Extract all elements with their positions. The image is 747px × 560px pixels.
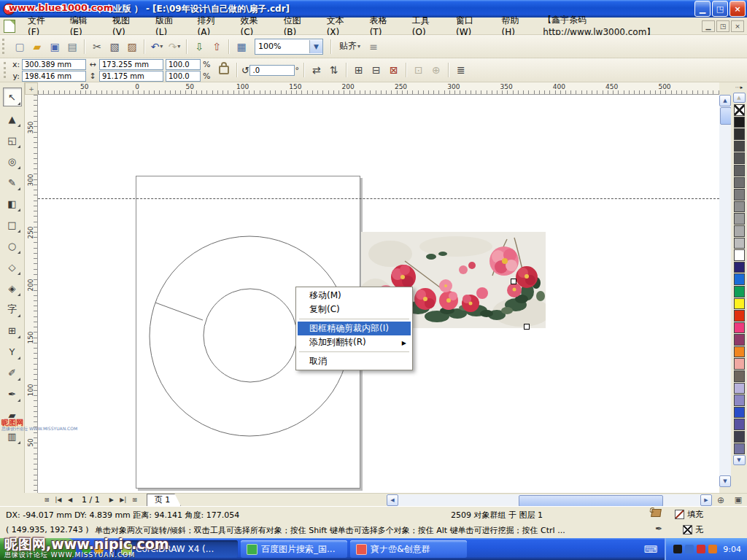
color-swatch[interactable] [734,238,745,249]
cut-button[interactable]: ✂ [88,38,106,55]
tool-ellipse-tool[interactable]: ○ [4,237,21,254]
context-menu-item[interactable]: 取消 [298,354,411,368]
color-swatch[interactable] [734,117,745,128]
prev-page-button[interactable]: ◀ [64,494,76,505]
tool-smart-fill-tool[interactable]: ◧ [4,195,21,212]
save-document-button[interactable]: ▣ [46,38,63,55]
network-tray-icon[interactable] [685,545,694,553]
mdi-restore-button[interactable]: ◳ [716,20,729,32]
options-button[interactable]: ≡ [365,38,382,55]
horizontal-ruler[interactable]: 50050100150200250300350400450500 [38,82,719,95]
color-swatch[interactable] [734,262,745,273]
application-launcher-button[interactable]: ▦ [233,38,250,55]
drawing-canvas[interactable]: 移动(M)复制(C)图框精确剪裁内部(I)添加到翻转(R)▶取消 [38,95,719,493]
navigator-icon[interactable]: ▣ [732,494,744,505]
palette-scroll-down-icon[interactable]: ▼ [733,455,746,465]
taskbar-button[interactable]: 寶ナ嵒&创意群 [350,540,467,558]
toolbar-grip[interactable] [4,62,8,78]
color-swatch[interactable] [734,165,745,176]
redo-button[interactable]: ↷▾ [166,38,183,55]
object-height-field[interactable]: 91.175 mm [99,71,163,82]
group-button[interactable]: ⊞ [350,61,368,79]
horizontal-scrollbar[interactable]: ◀ ▶ [387,494,712,506]
fan-inner-circle[interactable] [204,289,297,382]
scrollbar-thumb[interactable] [720,107,732,125]
color-swatch[interactable] [734,346,745,358]
scroll-down-icon[interactable]: ▼ [719,475,731,487]
mdi-close-button[interactable]: × [731,20,744,32]
tool-outline-pen-tool[interactable]: ✒ [4,385,21,402]
context-menu-item[interactable]: 复制(C) [298,303,411,316]
context-menu-item[interactable]: 图框精确剪裁内部(I) [298,322,411,335]
first-page-button[interactable]: |◀ [53,494,64,505]
vertical-ruler[interactable]: 35030025020015010050 [25,95,38,493]
zoom-level-combo[interactable]: 100% ▼ [255,39,323,55]
color-swatch[interactable] [734,298,745,310]
chevron-down-icon[interactable]: ▾ [160,43,163,50]
tool-basic-shapes-tool[interactable]: ◈ [4,279,21,297]
y-position-field[interactable]: 198.416 mm [22,71,86,82]
palette-flyout-icon[interactable]: ⋯▸ [734,84,744,92]
add-page-button[interactable]: ⊞ [41,494,53,505]
color-swatch[interactable] [734,128,745,140]
color-swatch[interactable] [734,407,745,419]
scrollbar-thumb[interactable] [519,495,663,507]
color-swatch[interactable] [734,443,745,455]
tool-zoom-tool[interactable]: ◎ [4,152,21,170]
export-button[interactable]: ⇧ [208,38,225,55]
rotation-angle-field[interactable]: .0 [249,65,295,76]
break-apart-button[interactable]: ⊕ [427,61,445,79]
last-page-button[interactable]: ▶| [117,494,129,505]
color-swatch[interactable] [734,370,745,382]
object-width-field[interactable]: 173.255 mm [99,59,163,70]
paste-button[interactable]: ▨ [123,38,141,55]
tool-rectangle-tool[interactable]: □ [4,216,21,233]
app-tray-icon[interactable] [708,545,717,553]
scale-x-field[interactable]: 100.0 [166,59,201,70]
zoom-region-icon[interactable]: ⊕ [715,494,727,505]
snap-to-dropdown[interactable]: 贴齐 ▾ [335,39,365,54]
scale-y-field[interactable]: 100.0 [166,71,201,82]
color-swatch[interactable] [734,310,745,322]
import-button[interactable]: ⇩ [190,38,208,55]
close-button[interactable]: × [729,1,746,17]
undo-button[interactable]: ↶▾ [148,38,166,55]
copy-button[interactable]: ▧ [106,38,123,55]
fan-radius-line[interactable] [155,303,203,320]
tool-pick-tool[interactable]: ↖ [3,88,22,106]
toolbar-grip[interactable] [2,39,7,55]
scroll-up-icon[interactable]: ▲ [719,95,731,106]
color-swatch[interactable] [734,152,745,164]
mdi-minimize-button[interactable]: ▁ [702,20,715,32]
color-swatch[interactable] [734,201,745,213]
color-swatch[interactable] [734,189,745,201]
color-swatch[interactable] [734,273,745,285]
color-swatch[interactable] [734,249,745,261]
flip-vertical-button[interactable]: ⇅ [325,61,343,79]
tool-freehand-tool[interactable]: ✎ [4,174,21,191]
color-swatch[interactable] [734,225,745,237]
color-swatch[interactable] [734,419,745,430]
restore-button[interactable]: ◳ [712,1,728,17]
vertical-scrollbar[interactable]: ▲ ▼ [719,95,731,487]
keyboard-language-icon[interactable]: ⌨ [644,544,658,555]
no-color-swatch[interactable] [734,104,745,116]
selection-handle[interactable] [524,324,530,330]
tool-eyedropper-tool[interactable]: ✐ [4,364,21,381]
color-swatch[interactable] [734,358,745,370]
palette-scroll-up-icon[interactable]: ▲ [733,93,746,103]
tool-shape-tool[interactable]: ▲ [4,110,21,128]
tool-text-tool[interactable]: 字 [4,300,21,318]
color-swatch[interactable] [734,322,745,334]
combine-button[interactable]: ⊡ [410,61,427,79]
color-swatch[interactable] [734,431,745,443]
page-tab[interactable]: 页 1 [147,494,182,507]
new-document-button[interactable]: ▢ [11,38,28,55]
tool-table-tool[interactable]: ⊞ [4,322,21,339]
selection-node[interactable] [511,279,516,284]
next-page-button[interactable]: ▶ [106,494,117,505]
add-page-after-button[interactable]: ⊞ [129,494,141,505]
print-document-button[interactable]: ▤ [63,38,81,55]
scroll-right-icon[interactable]: ▶ [700,494,712,506]
ungroup-button[interactable]: ⊟ [368,61,385,79]
